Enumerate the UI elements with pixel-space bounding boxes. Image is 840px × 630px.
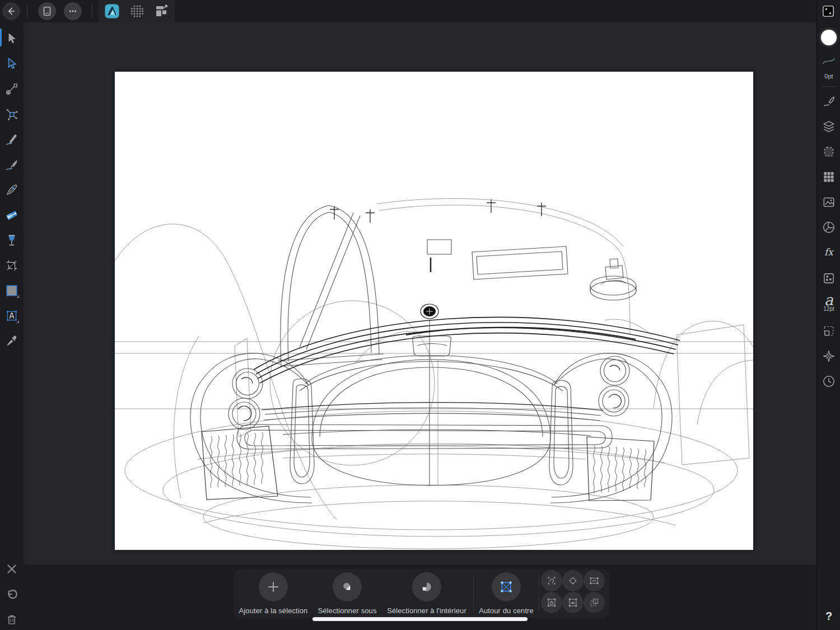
- brush-panel-button[interactable]: [821, 94, 837, 109]
- pencil-tool[interactable]: [3, 130, 21, 148]
- home-indicator[interactable]: [312, 617, 528, 621]
- toolbar-divider: [539, 575, 539, 612]
- node-tool[interactable]: [3, 55, 21, 73]
- toolbar-divider: [27, 4, 27, 18]
- fill-gradient-tool-icon: [4, 208, 19, 222]
- transparency-tool-icon: [4, 233, 19, 248]
- point-transform-tool-icon: [4, 82, 19, 96]
- vector-brush-tool-icon: [4, 157, 19, 172]
- corner-tool-icon: [4, 107, 19, 122]
- lock-icon: [546, 597, 557, 608]
- color-picker-tool[interactable]: [3, 332, 21, 350]
- point-transform-tool[interactable]: [3, 80, 21, 98]
- rectangle-tool[interactable]: [3, 282, 21, 300]
- swatches-panel-button[interactable]: [821, 169, 837, 185]
- transparency-tool[interactable]: [3, 231, 21, 249]
- designer-persona-button[interactable]: [105, 4, 119, 18]
- selection-panel-button[interactable]: [821, 144, 837, 160]
- resize-from-center-button[interactable]: [584, 570, 605, 591]
- flyout-indicator: [16, 320, 19, 323]
- export-persona-icon: [155, 4, 168, 18]
- back-button[interactable]: [2, 2, 20, 20]
- move-tool-icon: [4, 31, 19, 46]
- toolbar-divider: [92, 4, 92, 18]
- transform-around-center-button[interactable]: [492, 572, 521, 601]
- artistic-text-tool[interactable]: [3, 307, 21, 325]
- navigator-star-icon: [822, 349, 836, 363]
- tools-sidebar: [0, 22, 24, 630]
- stroke-curve-icon: [821, 53, 837, 69]
- select-under-label: Sélectionner sous: [302, 606, 392, 615]
- document-menu-button[interactable]: [38, 2, 56, 20]
- pixel-persona-button[interactable]: [130, 4, 144, 18]
- layers-icon: [822, 119, 836, 134]
- more-options-button[interactable]: [64, 2, 82, 20]
- select-inside-button[interactable]: [412, 572, 441, 601]
- brush-panel-icon: [822, 94, 836, 109]
- color-dots-icon: [822, 271, 836, 286]
- close-icon: [5, 562, 18, 576]
- target-icon: [567, 575, 578, 586]
- effects-panel-button[interactable]: fx: [817, 246, 840, 258]
- corner-tool[interactable]: [3, 105, 21, 123]
- document-icon: [41, 5, 53, 17]
- navigator-panel-button[interactable]: [821, 348, 837, 364]
- cycle-selection-box-button[interactable]: [541, 570, 562, 591]
- fullscreen-icon: [821, 4, 836, 18]
- affinity-designer-window: 0pt: [0, 0, 840, 630]
- add-to-selection-button[interactable]: [259, 572, 288, 601]
- cycle-selection-box-icon: [546, 575, 557, 586]
- select-under-icon: [340, 580, 354, 594]
- deselect-button[interactable]: [3, 560, 21, 578]
- export-persona-button[interactable]: [154, 4, 169, 18]
- lock-selection-button[interactable]: [541, 592, 562, 613]
- current-color-swatch[interactable]: [821, 30, 837, 45]
- history-panel-button[interactable]: [821, 374, 837, 389]
- select-under-button[interactable]: [333, 572, 362, 601]
- undo-icon: [5, 588, 18, 601]
- color-panel-button[interactable]: [821, 220, 837, 235]
- crop-tool[interactable]: [3, 256, 21, 274]
- transform-around-center-label: Autour du centre: [461, 606, 551, 615]
- studio-sidebar: 0pt: [816, 0, 840, 630]
- panel-divider: [821, 86, 837, 87]
- pen-tool[interactable]: [3, 181, 21, 199]
- eyedropper-icon: [4, 334, 19, 348]
- select-inside-icon: [419, 580, 434, 594]
- pen-tool-icon: [4, 183, 19, 197]
- plus-icon: [266, 580, 281, 594]
- undo-button[interactable]: [3, 586, 21, 604]
- trash-icon: [5, 613, 18, 626]
- duplicate-selection-button[interactable]: [584, 592, 605, 613]
- hide-selection-button[interactable]: [562, 592, 584, 613]
- transform-panel-button[interactable]: [821, 323, 837, 339]
- transform-around-center-icon: [498, 579, 514, 595]
- fill-gradient-tool[interactable]: [3, 206, 21, 224]
- artwork-roadster-sketch: [115, 72, 753, 550]
- duplicate-icon: [589, 597, 600, 608]
- vector-brush-tool[interactable]: [3, 156, 21, 174]
- media-panel-button[interactable]: [821, 194, 837, 210]
- font-size-label: 12pt: [817, 306, 840, 312]
- color-dots-panel-button[interactable]: [821, 270, 837, 286]
- stroke-panel-button[interactable]: [821, 53, 837, 69]
- resize-from-center-icon: [589, 575, 600, 586]
- layers-panel-button[interactable]: [821, 119, 837, 134]
- persona-switcher: [99, 0, 175, 22]
- transform-origin-button[interactable]: [562, 570, 584, 591]
- fullscreen-button[interactable]: [820, 3, 836, 19]
- marching-ants-icon: [822, 144, 836, 159]
- image-icon: [822, 195, 836, 209]
- history-clock-icon: [822, 374, 836, 389]
- delete-button[interactable]: [3, 610, 21, 628]
- stroke-width-label: 0pt: [817, 73, 840, 80]
- artboard[interactable]: [115, 72, 753, 550]
- back-arrow-icon: [5, 5, 17, 17]
- help-button[interactable]: ?: [817, 610, 840, 623]
- apps-grid-icon: [130, 4, 144, 18]
- select-inside-label: Sélectionner à l'intérieur: [382, 606, 472, 615]
- crop-tool-icon: [4, 258, 19, 273]
- ellipsis-icon: [67, 5, 79, 17]
- move-tool[interactable]: [3, 30, 21, 48]
- eye-icon: [567, 597, 578, 608]
